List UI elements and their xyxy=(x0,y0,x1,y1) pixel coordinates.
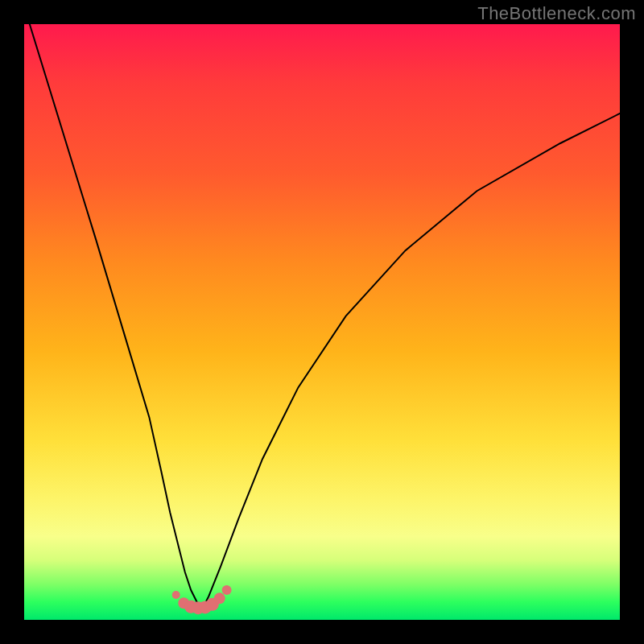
curve-right-curve xyxy=(203,114,620,608)
scatter-dot xyxy=(222,585,232,595)
scatter-dot xyxy=(172,591,180,599)
plot-svg xyxy=(24,24,620,620)
plot-area xyxy=(24,24,620,620)
scatter-dot xyxy=(214,592,225,604)
watermark-text: TheBottleneck.com xyxy=(477,3,636,24)
chart-container: TheBottleneck.com xyxy=(0,0,644,644)
curve-left-curve xyxy=(24,24,203,608)
